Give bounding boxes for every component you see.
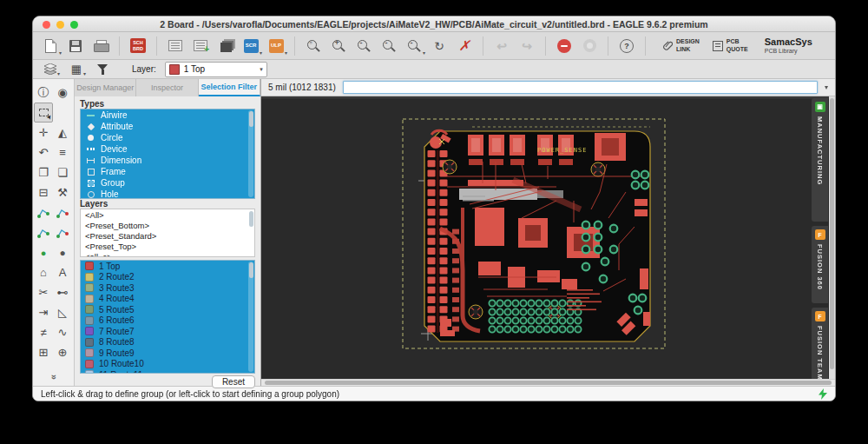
undo-button[interactable]: ↩ xyxy=(491,36,512,56)
align-icon[interactable]: ≡ xyxy=(53,142,72,162)
layer-item[interactable]: 2 Route2 xyxy=(81,272,254,283)
rotate-icon[interactable]: ↶ xyxy=(34,142,53,162)
type-item[interactable]: Device xyxy=(81,143,254,155)
layer-preset-item[interactable]: <Preset_Top> xyxy=(81,241,254,251)
layer-preset-item[interactable]: <all_c> xyxy=(81,251,254,257)
types-scrollbar[interactable] xyxy=(248,110,253,197)
tab-fusion-360[interactable]: FFUSION 360 xyxy=(812,226,828,303)
zoom-in-button[interactable] xyxy=(328,36,349,56)
layer-item[interactable]: 10 Route10 xyxy=(81,359,254,370)
route-airwire-icon[interactable] xyxy=(34,222,53,242)
tab-selection-filter[interactable]: Selection Filter xyxy=(199,79,260,96)
label-icon[interactable]: ⇥ xyxy=(34,302,53,322)
zoom-redraw-button[interactable] xyxy=(378,36,399,56)
paste-icon[interactable]: ❏ xyxy=(53,162,72,182)
presets-scrollbar[interactable] xyxy=(248,210,253,255)
type-item[interactable]: Dimension xyxy=(81,155,254,166)
layers-scrollbar[interactable] xyxy=(248,262,253,372)
tab-manufacturing[interactable]: ▣MANUFACTURING xyxy=(812,98,828,222)
layer-item[interactable]: 5 Route5 xyxy=(81,304,254,315)
horizontal-scrollbar[interactable] xyxy=(261,379,835,386)
redo-button[interactable]: ↪ xyxy=(516,36,537,56)
close-button[interactable] xyxy=(43,21,50,29)
via-icon[interactable]: ● xyxy=(34,242,53,262)
run-ulp-button[interactable]: ULP xyxy=(266,36,286,56)
zoom-select-button[interactable] xyxy=(404,36,424,56)
zoom-button[interactable] xyxy=(70,21,78,29)
selection-filter-button[interactable] xyxy=(94,62,111,77)
layer-item[interactable]: 8 Route8 xyxy=(81,337,254,348)
zoom-out-button[interactable] xyxy=(353,36,374,56)
layer-settings-button[interactable] xyxy=(42,62,59,77)
board-canvas[interactable]: POWER_SENSE xyxy=(261,96,835,379)
mirror-icon[interactable]: ◭ xyxy=(53,123,72,142)
route-icon[interactable] xyxy=(34,202,53,222)
layer-preset-item[interactable]: <Preset_Standard> xyxy=(81,230,254,241)
zoom-fit-icon xyxy=(306,38,321,54)
wrench-icon[interactable]: ⚒ xyxy=(53,182,72,202)
add-part-icon[interactable]: ⊕ xyxy=(53,342,72,362)
run-script-button[interactable]: SCR xyxy=(240,36,261,56)
command-history-dropdown-icon[interactable] xyxy=(825,83,828,91)
delete-icon[interactable]: ⊟ xyxy=(34,182,53,202)
cancel-button[interactable]: ✗ xyxy=(454,36,475,56)
layer-item[interactable]: 9 Route9 xyxy=(81,348,254,359)
unroute-icon[interactable] xyxy=(53,222,72,242)
type-item[interactable]: Airwire xyxy=(81,109,254,121)
tab-fusion-team[interactable]: FFUSION TEAM xyxy=(812,308,828,379)
layer-preset-item[interactable]: <Preset_Bottom> xyxy=(81,220,254,230)
command-input[interactable] xyxy=(343,81,818,94)
refresh-button[interactable]: ↻ xyxy=(429,36,450,56)
pcb-quote-button[interactable]: PCBQUOTE xyxy=(713,38,748,53)
grid-button[interactable]: ▦ xyxy=(68,62,85,77)
eye-icon[interactable]: ◉ xyxy=(53,83,72,103)
move-icon[interactable]: ✛ xyxy=(34,123,53,142)
polygon-icon[interactable]: ⌂ xyxy=(34,262,53,282)
tips-button[interactable] xyxy=(579,36,600,56)
vertical-scrollbar[interactable] xyxy=(829,96,835,379)
layer-dropdown[interactable]: 1 Top xyxy=(165,62,267,77)
copy-icon[interactable]: ❐ xyxy=(34,162,53,182)
wire-icon[interactable]: ⊷ xyxy=(53,282,72,302)
type-item[interactable]: Attribute xyxy=(81,121,254,132)
zoom-fit-button[interactable] xyxy=(303,36,324,56)
layer-label: 7 Route7 xyxy=(99,327,135,336)
tab-design-manager[interactable]: Design Manager xyxy=(75,79,136,96)
info-icon[interactable]: ⓘ xyxy=(34,83,53,103)
expand-tools-button[interactable]: « xyxy=(33,372,74,382)
layer-item[interactable]: 4 Route4 xyxy=(81,294,254,305)
samacsys-button[interactable]: SamacSys PCB Library xyxy=(765,37,812,54)
type-item[interactable]: Circle xyxy=(81,132,254,143)
minimize-button[interactable] xyxy=(56,21,64,29)
layer-item[interactable]: 1 Top xyxy=(81,261,254,272)
save-button[interactable] xyxy=(65,36,86,56)
tab-inspector[interactable]: Inspector xyxy=(136,79,198,96)
meander-icon[interactable]: ∿ xyxy=(53,322,72,342)
type-item[interactable]: Group xyxy=(81,177,254,189)
split-icon[interactable]: ✂ xyxy=(34,282,53,302)
ripup-icon[interactable] xyxy=(53,202,72,222)
cube-3d-icon[interactable]: ⊞ xyxy=(34,342,53,362)
help-button[interactable]: ? xyxy=(616,36,637,56)
new-file-button[interactable] xyxy=(40,36,61,56)
pad-icon[interactable]: ● xyxy=(53,242,72,262)
type-item[interactable]: Hole xyxy=(81,189,254,199)
design-rules-button[interactable] xyxy=(215,36,236,56)
layer-item[interactable]: 3 Route3 xyxy=(81,282,254,294)
layer-preset-item[interactable]: <All> xyxy=(81,209,254,220)
add-library-button[interactable]: + xyxy=(190,36,211,56)
diffpair-icon[interactable]: ≠ xyxy=(34,322,53,342)
stop-button[interactable] xyxy=(554,36,575,56)
layer-label: 9 Route9 xyxy=(99,348,135,358)
group-select-icon[interactable] xyxy=(34,103,53,123)
miter-icon[interactable]: ◺ xyxy=(53,302,72,322)
print-button[interactable] xyxy=(90,36,111,56)
library-manager-button[interactable] xyxy=(165,36,186,56)
layer-item[interactable]: 6 Route6 xyxy=(81,315,254,327)
reset-button[interactable]: Reset xyxy=(212,375,255,388)
layer-item[interactable]: 7 Route7 xyxy=(81,326,254,337)
type-item[interactable]: Frame xyxy=(81,166,254,177)
text-icon[interactable]: A xyxy=(53,262,72,282)
schematic-board-toggle-button[interactable]: SCHBRD xyxy=(128,36,148,56)
design-link-button[interactable]: DESIGNLINK xyxy=(662,38,700,53)
